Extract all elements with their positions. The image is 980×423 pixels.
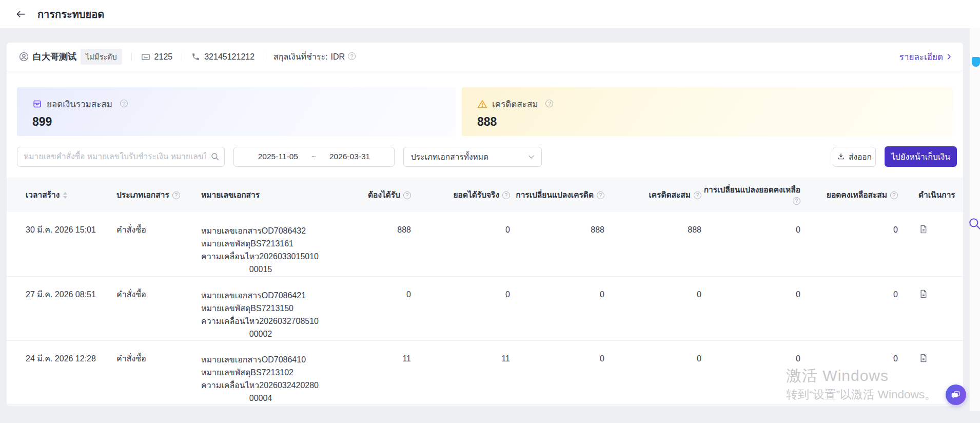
col-action: ดำเนินการ — [898, 178, 963, 212]
summary-cards: ยอดเงินรวมสะสม ? 899 เครดิตสะสม ? 888 — [7, 71, 963, 136]
filter-bar: 2025-11-05 ~ 2026-03-31 ประเภทเอกสารทั้ง… — [7, 146, 963, 167]
summary-card-label: ยอดเงินรวมสะสม — [47, 97, 112, 111]
export-button[interactable]: ส่งออก — [833, 147, 876, 167]
col-created[interactable]: เวลาสร้าง — [7, 178, 116, 212]
help-icon[interactable]: ? — [793, 197, 800, 205]
help-icon[interactable]: ? — [597, 191, 604, 199]
divider — [264, 53, 264, 61]
cell-received: 0 — [411, 212, 510, 276]
back-button[interactable] — [15, 9, 26, 20]
date-end: 2026-03-31 — [329, 152, 370, 161]
summary-card-value: 888 — [477, 115, 953, 129]
go-to-collect-button[interactable]: ไปยังหน้าเก็บเงิน — [885, 146, 957, 167]
cell-credit-change: 0 — [510, 276, 604, 340]
merchant-info-bar: 白大哥测试 ไม่มีระดับ 2125 32145121212 สกุลเง… — [7, 43, 963, 71]
help-icon[interactable]: ? — [348, 52, 356, 60]
cell-credit-total: 0 — [604, 340, 701, 405]
avatar-icon — [19, 52, 29, 62]
date-start: 2025-11-05 — [258, 152, 298, 161]
cell-created: 27 มี.ค. 2026 08:51 — [7, 276, 116, 340]
cell-expected: 0 — [324, 276, 411, 340]
help-icon[interactable]: ? — [120, 100, 128, 107]
currency-label: สกุลเงินที่ชำระ: — [273, 50, 328, 63]
summary-card-label: เครดิตสะสม — [492, 97, 538, 111]
cell-credit-change: 888 — [510, 212, 604, 276]
col-doc-type: ประเภทเอกสาร? — [116, 178, 201, 212]
summary-card-total-amount: ยอดเงินรวมสะสม ? 899 — [17, 87, 456, 136]
cell-created: 24 มี.ค. 2026 12:28 — [7, 340, 116, 405]
document-detail-icon[interactable] — [918, 353, 928, 363]
topbar: การกระทบยอด — [0, 0, 980, 28]
main-card: 白大哥测试 ไม่มีระดับ 2125 32145121212 สกุลเง… — [7, 43, 963, 406]
details-link[interactable]: รายละเอียด — [899, 50, 953, 64]
col-balance-total: ยอดคงเหลือสะสม? — [800, 178, 898, 212]
merchant-phone: 32145121212 — [204, 52, 254, 62]
summary-card-credit: เครดิตสะสม ? 888 — [462, 87, 953, 136]
cell-received: 11 — [411, 340, 510, 405]
help-icon[interactable]: ? — [694, 191, 701, 199]
search-icon[interactable] — [210, 152, 220, 163]
cell-balance-change: 0 — [701, 276, 800, 340]
date-range-picker[interactable]: 2025-11-05 ~ 2026-03-31 — [233, 147, 395, 167]
merchant-id: 2125 — [154, 52, 173, 62]
help-icon[interactable]: ? — [403, 191, 411, 199]
search-box — [17, 147, 225, 167]
page-title: การกระทบยอด — [37, 6, 104, 23]
chat-fab-button[interactable] — [946, 384, 966, 405]
chat-bubbles-icon — [950, 389, 962, 400]
cell-credit-total: 0 — [604, 276, 701, 340]
table-header-row: เวลาสร้าง ประเภทเอกสาร? หมายเลขเอกสาร ต้… — [7, 178, 963, 212]
doc-type-select[interactable]: ประเภทเอกสารทั้งหมด — [403, 147, 542, 167]
document-detail-icon[interactable] — [918, 289, 928, 299]
help-icon[interactable]: ? — [545, 100, 553, 107]
cell-doc-type: คำสั่งซื้อ — [116, 212, 201, 276]
search-input[interactable] — [17, 147, 225, 167]
col-received: ยอดได้รับจริง? — [411, 178, 510, 212]
cell-credit-total: 888 — [604, 212, 701, 276]
chevron-down-icon — [527, 153, 535, 161]
cell-doc-type: คำสั่งซื้อ — [116, 340, 201, 405]
cell-balance-total: 0 — [800, 212, 898, 276]
download-icon — [837, 152, 845, 161]
scroll-indicator-pin[interactable] — [972, 57, 980, 67]
cell-balance-total: 0 — [800, 276, 898, 340]
windows-activation-watermark-line1: 激活 Windows — [786, 366, 889, 387]
warning-icon — [477, 99, 487, 109]
date-separator: ~ — [311, 152, 316, 161]
cell-created: 30 มี.ค. 2026 15:01 — [7, 212, 116, 276]
cell-received: 0 — [411, 276, 510, 340]
screen: การกระทบยอด 白大哥测试 ไม่มีระดับ 2125 32 — [0, 0, 980, 423]
col-expected: ต้องได้รับ? — [324, 178, 411, 212]
cell-doc-number: หมายเลขเอกสารOD7086410 หมายเลขพัสดุBS721… — [201, 340, 324, 405]
cell-action — [898, 212, 963, 276]
chevron-right-icon — [945, 53, 953, 61]
help-icon[interactable]: ? — [502, 191, 510, 199]
phone-icon — [191, 52, 200, 61]
wallet-icon — [32, 99, 42, 109]
help-icon[interactable]: ? — [172, 191, 180, 199]
cell-balance-change: 0 — [701, 212, 800, 276]
summary-card-value: 899 — [32, 115, 456, 129]
col-balance-change: การเปลี่ยนแปลงยอดคงเหลือ? — [701, 178, 800, 212]
back-arrow-icon — [15, 9, 26, 20]
cell-expected: 11 — [324, 340, 411, 405]
help-icon[interactable]: ? — [890, 191, 898, 199]
cell-doc-number: หมายเลขเอกสารOD7086432 หมายเลขพัสดุBS721… — [201, 212, 324, 276]
currency-value: IDR — [331, 52, 345, 62]
table-row: 30 มี.ค. 2026 15:01 คำสั่งซื้อ หมายเลขเอ… — [7, 212, 963, 276]
cell-doc-type: คำสั่งซื้อ — [116, 276, 201, 340]
document-detail-icon[interactable] — [918, 224, 928, 234]
merchant-level-badge: ไม่มีระดับ — [81, 49, 122, 65]
cell-action — [898, 276, 963, 340]
cell-expected: 888 — [324, 212, 411, 276]
col-credit-change: การเปลี่ยนแปลงเครดิต? — [510, 178, 604, 212]
col-credit-total: เครดิตสะสม? — [604, 178, 701, 212]
sort-icon[interactable] — [63, 192, 67, 199]
merchant-name: 白大哥测试 — [33, 51, 76, 63]
floating-magnifier-icon[interactable] — [968, 217, 980, 233]
windows-activation-watermark-line2: 转到“设置”以激活 Windows。 — [786, 387, 936, 402]
doc-type-selected: ประเภทเอกสารทั้งหมด — [411, 150, 488, 163]
id-card-icon — [141, 52, 150, 62]
cell-credit-change: 0 — [510, 340, 604, 405]
divider — [131, 53, 132, 61]
